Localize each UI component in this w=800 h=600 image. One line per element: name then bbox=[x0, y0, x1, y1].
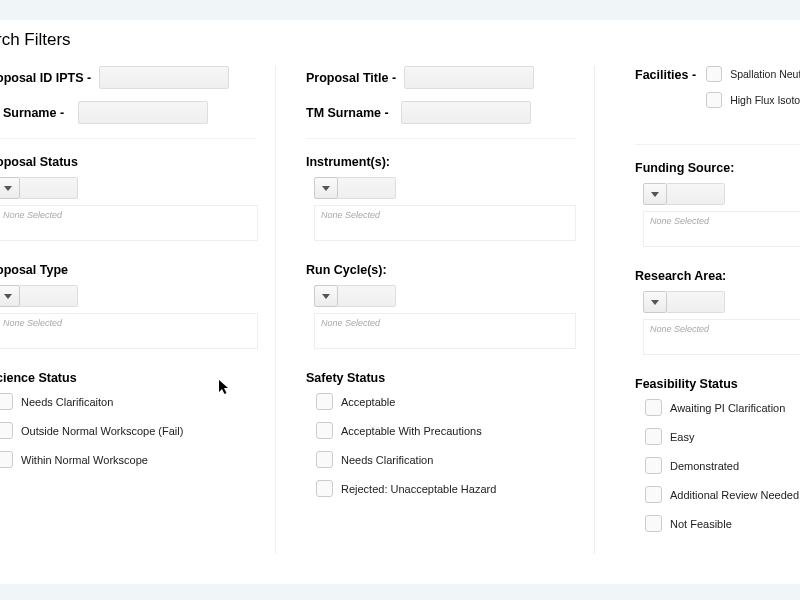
funding-source-selection[interactable]: None Selected bbox=[643, 211, 800, 247]
feasibility-status-label: Feasibility Status bbox=[635, 377, 800, 391]
chevron-down-icon bbox=[322, 294, 330, 299]
proposal-status-section: oposal Status None Selected bbox=[0, 155, 257, 241]
chevron-down-icon bbox=[651, 300, 659, 305]
checkbox-not-feasible[interactable] bbox=[645, 515, 662, 532]
funding-source-pill[interactable] bbox=[667, 183, 725, 205]
proposal-title-input[interactable] bbox=[404, 66, 534, 89]
checkbox-within-workscope[interactable] bbox=[0, 451, 13, 468]
chevron-down-icon bbox=[651, 192, 659, 197]
bottom-band bbox=[0, 584, 800, 600]
instruments-pill[interactable] bbox=[338, 177, 396, 199]
run-cycles-label: Run Cycle(s): bbox=[306, 263, 576, 277]
science-status-section: cience Status Needs Clarificaiton Outsid… bbox=[0, 371, 257, 468]
research-area-pill[interactable] bbox=[667, 291, 725, 313]
proposal-status-label: oposal Status bbox=[0, 155, 257, 169]
column-3: Facilities - Spallation Neutron High Flu… bbox=[595, 66, 800, 554]
research-area-section: Research Area: None Selected bbox=[635, 269, 800, 355]
feas-opt-1: Easy bbox=[670, 431, 694, 443]
safety-opt-3: Rejected: Unacceptable Hazard bbox=[341, 483, 496, 495]
tm-surname-input[interactable] bbox=[401, 101, 531, 124]
proposal-type-pill[interactable] bbox=[20, 285, 78, 307]
checkbox-needs-clarification-safety[interactable] bbox=[316, 451, 333, 468]
safety-status-section: Safety Status Acceptable Acceptable With… bbox=[306, 371, 576, 497]
run-cycles-selection[interactable]: None Selected bbox=[314, 313, 576, 349]
science-opt-1: Outside Normal Workscope (Fail) bbox=[21, 425, 183, 437]
run-cycles-dropdown[interactable] bbox=[314, 285, 338, 307]
proposal-status-dropdown[interactable] bbox=[0, 177, 20, 199]
proposal-type-selection[interactable]: None Selected bbox=[0, 313, 258, 349]
proposal-id-label: oposal ID IPTS - bbox=[0, 66, 91, 89]
safety-opt-0: Acceptable bbox=[341, 396, 395, 408]
research-area-selection[interactable]: None Selected bbox=[643, 319, 800, 355]
science-opt-2: Within Normal Workscope bbox=[21, 454, 148, 466]
page-title: rch Filters bbox=[0, 20, 800, 60]
proposal-title-field-label: Proposal Title - bbox=[306, 66, 396, 89]
checkbox-spallation-neutron[interactable] bbox=[706, 66, 722, 82]
proposal-status-pill[interactable] bbox=[20, 177, 78, 199]
checkbox-demonstrated[interactable] bbox=[645, 457, 662, 474]
instruments-selection[interactable]: None Selected bbox=[314, 205, 576, 241]
feasibility-status-section: Feasibility Status Awaiting PI Clarifica… bbox=[635, 377, 800, 532]
feas-opt-3: Additional Review Needed bbox=[670, 489, 799, 501]
facility-opt-1: High Flux Isotope bbox=[730, 94, 800, 106]
funding-source-section: Funding Source: None Selected bbox=[635, 161, 800, 247]
column-1: oposal ID IPTS - I Surname - oposal Stat… bbox=[0, 66, 276, 554]
chevron-down-icon bbox=[4, 294, 12, 299]
proposal-type-section: oposal Type None Selected bbox=[0, 263, 257, 349]
checkbox-needs-clarification-sci[interactable] bbox=[0, 393, 13, 410]
instruments-section: Instrument(s): None Selected bbox=[306, 155, 576, 241]
checkbox-easy[interactable] bbox=[645, 428, 662, 445]
chevron-down-icon bbox=[4, 186, 12, 191]
facility-opt-0: Spallation Neutron bbox=[730, 68, 800, 80]
instruments-label: Instrument(s): bbox=[306, 155, 576, 169]
safety-status-label: Safety Status bbox=[306, 371, 576, 385]
proposal-status-selection[interactable]: None Selected bbox=[0, 205, 258, 241]
pi-surname-input[interactable] bbox=[78, 101, 208, 124]
safety-opt-2: Needs Clarification bbox=[341, 454, 433, 466]
checkbox-additional-review[interactable] bbox=[645, 486, 662, 503]
column-2: Proposal Title - TM Surname - Instrument… bbox=[276, 66, 595, 554]
filters-grid: oposal ID IPTS - I Surname - oposal Stat… bbox=[0, 60, 800, 554]
instruments-dropdown[interactable] bbox=[314, 177, 338, 199]
run-cycles-section: Run Cycle(s): None Selected bbox=[306, 263, 576, 349]
science-opt-0: Needs Clarificaiton bbox=[21, 396, 113, 408]
pi-surname-label: I Surname - bbox=[0, 101, 64, 124]
chevron-down-icon bbox=[322, 186, 330, 191]
checkbox-rejected-hazard[interactable] bbox=[316, 480, 333, 497]
checkbox-high-flux-isotope[interactable] bbox=[706, 92, 722, 108]
facilities-label: Facilities - bbox=[635, 66, 696, 82]
top-band bbox=[0, 0, 800, 20]
research-area-dropdown[interactable] bbox=[643, 291, 667, 313]
proposal-type-label: oposal Type bbox=[0, 263, 257, 277]
checkbox-acceptable-precautions[interactable] bbox=[316, 422, 333, 439]
run-cycles-pill[interactable] bbox=[338, 285, 396, 307]
checkbox-acceptable[interactable] bbox=[316, 393, 333, 410]
proposal-id-input[interactable] bbox=[99, 66, 229, 89]
funding-source-label: Funding Source: bbox=[635, 161, 800, 175]
feas-opt-2: Demonstrated bbox=[670, 460, 739, 472]
funding-source-dropdown[interactable] bbox=[643, 183, 667, 205]
checkbox-awaiting-pi[interactable] bbox=[645, 399, 662, 416]
checkbox-outside-workscope[interactable] bbox=[0, 422, 13, 439]
feas-opt-0: Awaiting PI Clarification bbox=[670, 402, 785, 414]
tm-surname-label: TM Surname - bbox=[306, 101, 389, 124]
proposal-type-dropdown[interactable] bbox=[0, 285, 20, 307]
feas-opt-4: Not Feasible bbox=[670, 518, 732, 530]
research-area-label: Research Area: bbox=[635, 269, 800, 283]
science-status-label: cience Status bbox=[0, 371, 257, 385]
safety-opt-1: Acceptable With Precautions bbox=[341, 425, 482, 437]
